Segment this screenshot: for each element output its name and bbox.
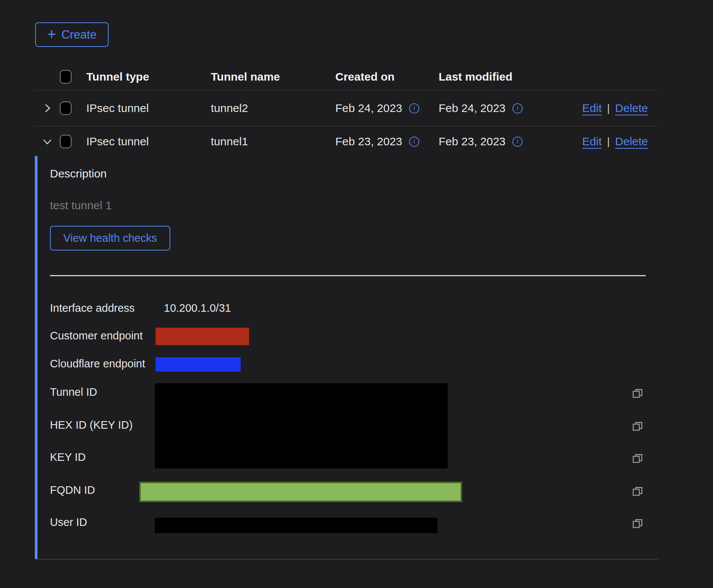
tunnel-details-panel: Description test tunnel 1 View health ch… xyxy=(35,156,659,560)
tunnel-type-cell: IPsec tunnel xyxy=(86,135,211,148)
delete-link[interactable]: Delete xyxy=(615,102,648,115)
key-id-label: KEY ID xyxy=(50,451,86,464)
chevron-right-icon[interactable] xyxy=(42,103,53,114)
created-on-cell: Feb 24, 2023 i xyxy=(335,102,439,115)
create-button[interactable]: + Create xyxy=(35,22,109,47)
view-health-checks-button[interactable]: View health checks xyxy=(50,226,170,250)
cloudflare-endpoint-label: Cloudflare endpoint xyxy=(50,358,145,370)
header-tunnel-name: Tunnel name xyxy=(211,70,335,83)
expand-cell xyxy=(35,136,60,147)
edit-link[interactable]: Edit xyxy=(582,135,602,148)
created-on-date: Feb 23, 2023 xyxy=(335,135,402,148)
row-checkbox[interactable] xyxy=(60,101,72,115)
info-icon[interactable]: i xyxy=(512,137,523,147)
header-checkbox-cell xyxy=(60,70,86,84)
user-id-label: User ID xyxy=(50,516,87,529)
cloudflare-endpoint-redaction xyxy=(156,357,241,372)
fqdn-id-redaction xyxy=(139,482,462,502)
tunnel-name-cell: tunnel1 xyxy=(211,135,335,148)
copy-icon[interactable] xyxy=(631,387,643,399)
header-tunnel-type: Tunnel type xyxy=(86,70,211,83)
tunnel-name-cell: tunnel2 xyxy=(211,102,335,115)
row-checkbox[interactable] xyxy=(60,135,72,148)
interface-address-value: 10.200.1.0/31 xyxy=(164,302,231,314)
tunnels-table: Tunnel type Tunnel name Created on Last … xyxy=(35,64,659,157)
user-id-redaction xyxy=(155,518,437,533)
row-actions-cell: Edit | Delete xyxy=(542,102,659,115)
row-checkbox-cell xyxy=(60,101,86,115)
copy-icon[interactable] xyxy=(631,517,643,529)
tunnel-id-label: Tunnel ID xyxy=(50,386,97,398)
description-label: Description xyxy=(50,167,107,180)
tunnels-page: + Create Tunnel type Tunnel name Created… xyxy=(0,0,713,588)
header-last-modified: Last modified xyxy=(439,70,542,83)
last-modified-date: Feb 24, 2023 xyxy=(439,102,506,115)
expanded-row-accent-bar xyxy=(35,156,37,559)
select-all-checkbox[interactable] xyxy=(60,70,72,84)
row-checkbox-cell xyxy=(60,135,86,148)
info-icon[interactable]: i xyxy=(512,103,523,114)
actions-separator: | xyxy=(607,135,610,148)
edit-link[interactable]: Edit xyxy=(582,102,602,115)
last-modified-cell: Feb 24, 2023 i xyxy=(439,102,542,115)
table-row-tunnel2: IPsec tunnel tunnel2 Feb 24, 2023 i Feb … xyxy=(35,90,659,126)
fqdn-id-label: FQDN ID xyxy=(50,484,95,496)
last-modified-date: Feb 23, 2023 xyxy=(439,135,506,148)
details-divider xyxy=(50,275,646,276)
chevron-down-icon[interactable] xyxy=(42,136,53,147)
create-button-label: Create xyxy=(61,28,97,42)
hex-id-label: HEX ID (KEY ID) xyxy=(50,419,133,431)
row-actions-cell: Edit | Delete xyxy=(542,135,659,148)
copy-icon[interactable] xyxy=(631,452,643,464)
table-header-row: Tunnel type Tunnel name Created on Last … xyxy=(35,64,659,90)
last-modified-cell: Feb 23, 2023 i xyxy=(439,135,542,148)
tunnel-type-cell: IPsec tunnel xyxy=(86,102,211,115)
created-on-cell: Feb 23, 2023 i xyxy=(335,135,439,148)
plus-icon: + xyxy=(47,26,56,42)
copy-icon[interactable] xyxy=(631,485,643,497)
copy-icon[interactable] xyxy=(631,420,643,432)
header-created-on: Created on xyxy=(335,70,439,83)
ids-redaction-block xyxy=(155,383,448,468)
table-row-tunnel1: IPsec tunnel tunnel1 Feb 23, 2023 i Feb … xyxy=(35,126,659,157)
description-value: test tunnel 1 xyxy=(50,199,112,212)
created-on-date: Feb 24, 2023 xyxy=(335,102,402,115)
customer-endpoint-redaction xyxy=(156,328,249,345)
info-icon[interactable]: i xyxy=(409,137,419,147)
actions-separator: | xyxy=(607,102,610,114)
delete-link[interactable]: Delete xyxy=(615,135,648,148)
expand-cell xyxy=(35,103,60,114)
interface-address-label: Interface address xyxy=(50,302,135,314)
info-icon[interactable]: i xyxy=(409,103,419,114)
customer-endpoint-label: Customer endpoint xyxy=(50,330,143,342)
